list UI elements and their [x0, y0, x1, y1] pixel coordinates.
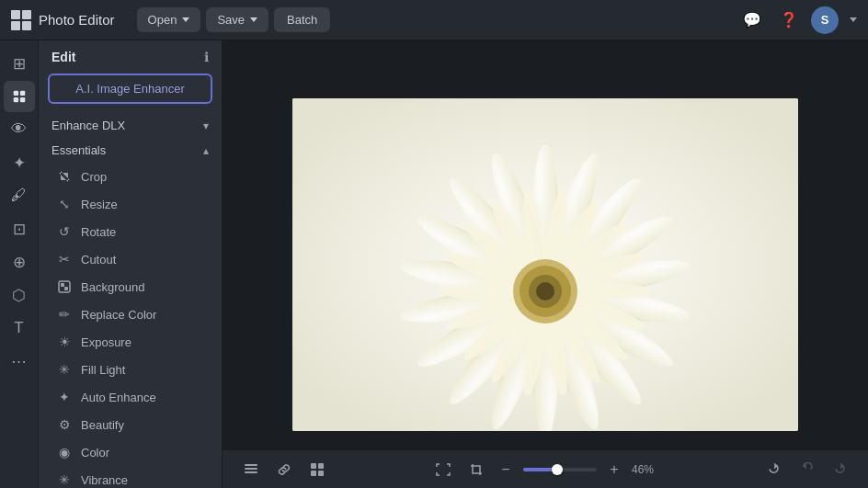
save-chevron-icon — [250, 17, 257, 22]
menu-item-crop[interactable]: Crop — [39, 163, 222, 190]
zoom-out-button[interactable]: − — [496, 460, 516, 480]
menu-item-cutout[interactable]: ✂ Cutout — [39, 245, 222, 273]
topbar-actions: Open Save Batch — [137, 7, 331, 32]
zoom-controls: − + 46% — [496, 460, 661, 480]
rail-watermark-button[interactable]: 🖋 — [4, 180, 35, 211]
link-button[interactable] — [270, 456, 298, 483]
grid-view-button[interactable] — [303, 456, 331, 483]
color-icon: ◉ — [57, 445, 72, 460]
svg-rect-54 — [318, 471, 324, 476]
rail-objects-button[interactable]: ⊕ — [4, 246, 35, 278]
redo-button[interactable] — [826, 456, 853, 483]
topbar-right: 💬 ❓ S — [737, 6, 857, 35]
enhance-dlx-label: Enhance DLX — [51, 119, 125, 132]
rail-edit-button[interactable] — [4, 81, 35, 112]
menu-item-fill-light[interactable]: ✳ Fill Light — [39, 356, 222, 383]
svg-point-47 — [536, 282, 554, 301]
zoom-slider[interactable] — [523, 468, 597, 471]
replace-color-icon: ✏ — [57, 307, 72, 322]
open-chevron-icon — [182, 17, 189, 22]
enhance-dlx-section[interactable]: Enhance DLX ▾ — [39, 113, 222, 138]
menu-item-background[interactable]: Background — [39, 273, 222, 301]
fill-light-icon: ✳ — [57, 362, 72, 377]
svg-rect-51 — [311, 463, 316, 469]
side-panel: Edit ℹ A.I. Image Enhancer Enhance DLX ▾… — [39, 40, 223, 488]
menu-item-color[interactable]: ◉ Color — [39, 438, 222, 466]
app-logo: Photo Editor — [11, 10, 115, 30]
beautify-icon: ⚙ — [57, 417, 72, 432]
menu-item-vibrance[interactable]: ✳ Vibrance — [39, 466, 222, 488]
undo-button[interactable] — [793, 456, 820, 483]
fit-screen-button[interactable] — [429, 456, 457, 483]
svg-rect-2 — [13, 97, 17, 102]
svg-rect-1 — [19, 91, 24, 96]
menu-item-resize[interactable]: ⤡ Resize — [39, 190, 222, 218]
essentials-section[interactable]: Essentials ▴ — [39, 138, 222, 163]
background-icon — [57, 279, 72, 294]
svg-rect-52 — [318, 463, 324, 469]
rotate-icon: ↺ — [57, 224, 72, 239]
svg-rect-6 — [64, 287, 68, 290]
rail-effects-button[interactable]: ✦ — [4, 147, 35, 178]
rail-more-button[interactable]: ⋯ — [4, 346, 35, 377]
main-area: ⊞ 👁 ✦ 🖋 ⊡ ⊕ ⬡ T ⋯ Edit ℹ A.I. Image Enha… — [0, 40, 868, 488]
rail-overlay-button[interactable]: ⊡ — [4, 213, 35, 244]
canvas-area: − + 46% — [223, 40, 868, 488]
rail-media-button[interactable]: ⬡ — [4, 279, 35, 311]
reset-button[interactable] — [760, 456, 787, 483]
auto-enhance-icon: ✦ — [57, 390, 72, 404]
menu-item-auto-enhance[interactable]: ✦ Auto Enhance — [39, 383, 222, 411]
zoom-slider-thumb[interactable] — [552, 464, 563, 475]
resize-icon: ⤡ — [57, 197, 72, 211]
bottom-right-tools — [760, 456, 853, 483]
essentials-chevron-icon: ▴ — [203, 144, 209, 157]
help-icon-button[interactable]: ❓ — [774, 6, 804, 35]
logo-icon — [11, 10, 31, 30]
svg-rect-5 — [61, 283, 64, 287]
user-avatar[interactable]: S — [811, 6, 839, 34]
photo-display — [292, 98, 798, 431]
svg-rect-4 — [59, 281, 70, 292]
layers-button[interactable] — [237, 456, 265, 483]
photo-container — [292, 98, 798, 431]
svg-rect-3 — [19, 97, 24, 102]
app-title: Photo Editor — [39, 12, 115, 28]
svg-rect-0 — [13, 91, 17, 96]
svg-rect-53 — [311, 471, 316, 476]
crop-icon — [57, 169, 72, 184]
rail-view-button[interactable]: 👁 — [4, 114, 35, 145]
save-button[interactable]: Save — [206, 7, 268, 32]
avatar-chevron-icon[interactable] — [850, 17, 857, 22]
essentials-label: Essentials — [51, 143, 106, 157]
svg-rect-50 — [245, 464, 257, 466]
panel-title: Edit — [51, 50, 75, 64]
menu-item-replace-color[interactable]: ✏ Replace Color — [39, 301, 222, 328]
exposure-icon: ☀ — [57, 335, 72, 349]
menu-item-exposure[interactable]: ☀ Exposure — [39, 328, 222, 356]
svg-rect-48 — [245, 471, 257, 473]
zoom-value: 46% — [632, 463, 661, 476]
zoom-in-button[interactable]: + — [604, 460, 624, 480]
menu-item-rotate[interactable]: ↺ Rotate — [39, 218, 222, 245]
cutout-icon: ✂ — [57, 252, 72, 267]
icon-rail: ⊞ 👁 ✦ 🖋 ⊡ ⊕ ⬡ T ⋯ — [0, 40, 39, 488]
vibrance-icon: ✳ — [57, 472, 72, 487]
bottom-center-tools: − + 46% — [429, 456, 661, 483]
info-icon[interactable]: ℹ — [204, 50, 209, 64]
enhance-dlx-chevron-icon: ▾ — [203, 119, 209, 132]
rail-home-button[interactable]: ⊞ — [4, 48, 35, 79]
batch-button[interactable]: Batch — [274, 7, 330, 32]
ai-enhancer-button[interactable]: A.I. Image Enhancer — [48, 74, 212, 104]
open-button[interactable]: Open — [137, 7, 201, 32]
crop-view-button[interactable] — [463, 456, 490, 483]
panel-header: Edit ℹ — [39, 40, 222, 70]
svg-rect-49 — [245, 468, 257, 470]
topbar: Photo Editor Open Save Batch 💬 ❓ S — [0, 0, 868, 40]
chat-icon-button[interactable]: 💬 — [737, 6, 767, 35]
rail-text-button[interactable]: T — [4, 312, 35, 344]
bottom-toolbar: − + 46% — [223, 449, 868, 488]
menu-item-beautify[interactable]: ⚙ Beautify — [39, 411, 222, 438]
bottom-left-tools — [237, 456, 331, 483]
